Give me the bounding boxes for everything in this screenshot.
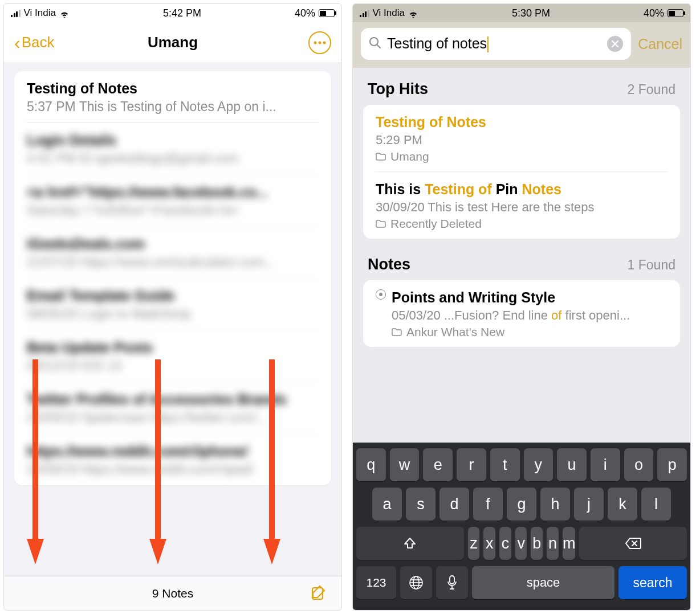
screenshot-notes-search: Vi India 5:30 PM 40% Testing of notes Ca… bbox=[352, 3, 691, 611]
key-c[interactable]: c bbox=[499, 527, 511, 560]
result-title: Points and Writing Style bbox=[392, 289, 668, 306]
globe-key[interactable] bbox=[400, 566, 432, 599]
note-row[interactable]: https://www.reddit.com/r/iphone/25/09/19… bbox=[27, 434, 319, 485]
key-h[interactable]: h bbox=[540, 488, 570, 521]
key-v[interactable]: v bbox=[515, 527, 527, 560]
svg-point-1 bbox=[319, 41, 321, 44]
search-result[interactable]: Points and Writing Style 05/03/20 ...Fus… bbox=[376, 280, 668, 347]
key-w[interactable]: w bbox=[390, 448, 420, 481]
note-subtitle: 21/07/20 https://www.omnicalculator.com.… bbox=[27, 255, 319, 270]
note-subtitle: 4:41 PM ID igeeksblogs@gmail.com bbox=[27, 151, 319, 166]
svg-marker-4 bbox=[27, 539, 44, 564]
note-row[interactable]: iGeeksDeals.com21/07/20 https://www.omni… bbox=[27, 227, 319, 279]
backspace-key[interactable] bbox=[579, 527, 687, 560]
page-title: Umang bbox=[148, 34, 198, 51]
key-s[interactable]: s bbox=[406, 488, 436, 521]
result-folder: Umang bbox=[376, 150, 668, 163]
result-subtitle: 30/09/20 This is test Here are the steps bbox=[376, 200, 668, 215]
search-result[interactable]: Testing of Notes 5:29 PM Umang bbox=[376, 105, 668, 172]
svg-point-2 bbox=[323, 41, 326, 44]
key-n[interactable]: n bbox=[547, 527, 559, 560]
note-subtitle: 25/09/19 Spidercase https://twitter.com/… bbox=[27, 410, 319, 425]
result-subtitle: 05/03/20 ...Fusion? End line of first op… bbox=[392, 308, 668, 323]
section-header-top-hits: Top Hits 2 Found bbox=[353, 68, 690, 105]
key-e[interactable]: e bbox=[423, 448, 453, 481]
note-title: Email Template Guide bbox=[27, 288, 319, 304]
note-subtitle: 5:37 PM This is Testing of Notes App on … bbox=[27, 99, 319, 114]
note-row[interactable]: Twitter Profiles of Accessories Brands25… bbox=[27, 382, 319, 434]
clear-search-button[interactable] bbox=[607, 36, 623, 52]
key-l[interactable]: l bbox=[641, 488, 671, 521]
dictation-key[interactable] bbox=[436, 566, 468, 599]
back-button[interactable]: ‹ Back bbox=[14, 34, 54, 52]
back-label: Back bbox=[22, 34, 55, 51]
svg-point-0 bbox=[314, 41, 317, 44]
key-m[interactable]: m bbox=[563, 527, 576, 560]
x-icon bbox=[611, 40, 619, 48]
compose-button[interactable] bbox=[311, 584, 328, 603]
key-g[interactable]: g bbox=[507, 488, 536, 521]
note-row[interactable]: Email Template Guide08/05/20 Login to Ma… bbox=[27, 279, 319, 330]
signal-icon bbox=[11, 9, 21, 17]
result-folder: Ankur What's New bbox=[392, 325, 668, 339]
result-folder: Recently Deleted bbox=[376, 217, 668, 231]
svg-marker-6 bbox=[149, 539, 166, 564]
key-y[interactable]: y bbox=[524, 448, 554, 481]
note-row[interactable]: Beta Update Posts08/12/19 iOS 13 bbox=[27, 330, 319, 382]
key-u[interactable]: u bbox=[557, 448, 587, 481]
key-b[interactable]: b bbox=[531, 527, 543, 560]
note-subtitle: Saturday <"nofollow">Facebook</a> bbox=[27, 203, 319, 218]
keyboard[interactable]: qwertyuiop asdfghjkl zxcvbnm 123 space s… bbox=[353, 443, 690, 610]
key-a[interactable]: a bbox=[372, 488, 402, 521]
note-subtitle: 25/09/19 https://www.reddit.com/r/ipad/ bbox=[27, 462, 319, 477]
signal-icon bbox=[360, 9, 369, 17]
search-result[interactable]: This is Testing of Pin Notes 30/09/20 Th… bbox=[376, 172, 668, 239]
note-title: https://www.reddit.com/r/iphone/ bbox=[27, 443, 319, 460]
svg-rect-17 bbox=[450, 576, 454, 584]
key-x[interactable]: x bbox=[483, 527, 495, 560]
key-t[interactable]: t bbox=[490, 448, 520, 481]
folder-icon bbox=[376, 153, 386, 161]
shift-key[interactable] bbox=[356, 527, 464, 560]
note-row[interactable]: Login Details4:41 PM ID igeeksblogs@gmai… bbox=[27, 123, 319, 175]
search-input[interactable]: Testing of notes bbox=[361, 28, 631, 60]
folder-icon bbox=[392, 328, 402, 336]
status-bar: Vi India 5:42 PM 40% bbox=[4, 4, 341, 22]
result-subtitle: 5:29 PM bbox=[376, 133, 668, 148]
key-r[interactable]: r bbox=[457, 448, 486, 481]
wifi-icon bbox=[408, 9, 418, 17]
key-o[interactable]: o bbox=[624, 448, 654, 481]
note-subtitle: 08/12/19 iOS 13 bbox=[27, 358, 319, 374]
numbers-key[interactable]: 123 bbox=[356, 566, 396, 599]
key-d[interactable]: d bbox=[439, 488, 469, 521]
nav-bar: ‹ Back Umang bbox=[4, 22, 341, 63]
compose-icon bbox=[311, 584, 328, 601]
status-time: 5:30 PM bbox=[512, 7, 550, 19]
key-j[interactable]: j bbox=[574, 488, 604, 521]
search-results[interactable]: Top Hits 2 Found Testing of Notes 5:29 P… bbox=[353, 68, 690, 443]
cancel-button[interactable]: Cancel bbox=[638, 36, 682, 52]
key-q[interactable]: q bbox=[356, 448, 386, 481]
result-title: Testing of Notes bbox=[376, 114, 668, 130]
key-f[interactable]: f bbox=[473, 488, 503, 521]
globe-icon bbox=[409, 575, 424, 590]
space-key[interactable]: space bbox=[472, 566, 614, 599]
carrier-label: Vi India bbox=[24, 7, 56, 19]
note-row[interactable]: Testing of Notes5:37 PM This is Testing … bbox=[27, 71, 319, 123]
search-icon bbox=[369, 36, 381, 51]
shift-icon bbox=[403, 537, 417, 550]
note-row[interactable]: <a href="https://www.facebook.co...Satur… bbox=[27, 175, 319, 227]
search-key[interactable]: search bbox=[618, 566, 687, 599]
key-k[interactable]: k bbox=[608, 488, 637, 521]
more-button[interactable] bbox=[308, 31, 331, 54]
svg-marker-8 bbox=[263, 539, 280, 564]
note-title: Login Details bbox=[27, 132, 319, 149]
ellipsis-icon bbox=[314, 41, 326, 44]
key-i[interactable]: i bbox=[591, 448, 620, 481]
key-p[interactable]: p bbox=[657, 448, 687, 481]
wifi-icon bbox=[59, 9, 70, 17]
key-z[interactable]: z bbox=[468, 527, 480, 560]
mic-icon bbox=[447, 575, 457, 590]
screenshot-notes-list: Vi India 5:42 PM 40% ‹ Back Umang Testin… bbox=[3, 3, 342, 611]
notes-list[interactable]: Testing of Notes5:37 PM This is Testing … bbox=[4, 63, 341, 576]
